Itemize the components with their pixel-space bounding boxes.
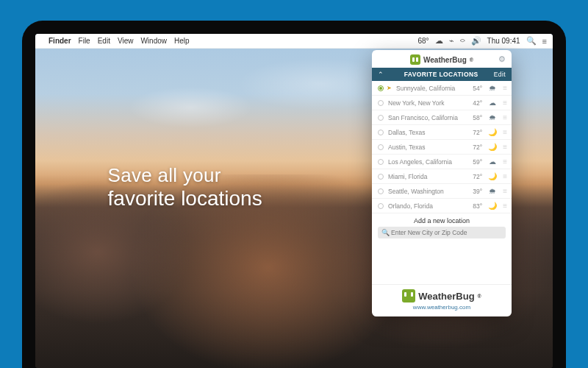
location-temp: 58° [466, 114, 482, 121]
menubar-app-name[interactable]: Finder [49, 37, 71, 45]
location-row[interactable]: New York, New York42°☁≡ [372, 96, 512, 110]
location-temp: 54° [466, 85, 482, 92]
menu-icon[interactable]: ≡ [542, 37, 547, 46]
weather-condition-icon: 🌙 [487, 128, 498, 136]
search-wrap: 🔍 [372, 227, 512, 243]
hero-line2: favorite locations [108, 187, 262, 210]
location-row[interactable]: Orlando, Florida83°🌙≡ [372, 199, 512, 213]
location-row[interactable]: Austin, Texas72°🌙≡ [372, 140, 512, 155]
location-temp: 72° [466, 144, 482, 151]
gear-icon[interactable]: ⚙ [498, 54, 506, 64]
menu-item-file[interactable]: File [79, 37, 90, 45]
location-name: Los Angeles, California [388, 158, 462, 166]
registered-mark: ® [478, 294, 481, 299]
location-row[interactable]: Miami, Florida72°🌙≡ [372, 169, 512, 184]
location-name: Sunnyvale, California [396, 85, 462, 92]
location-radio[interactable] [378, 188, 384, 194]
drag-handle-icon[interactable]: ≡ [503, 113, 506, 121]
location-radio[interactable] [378, 203, 384, 209]
location-temp: 72° [466, 129, 482, 136]
drag-handle-icon[interactable]: ≡ [503, 128, 506, 136]
promo-stage: Finder File Edit View Window Help 68° ☁ … [0, 0, 588, 368]
mac-menubar: Finder File Edit View Window Help 68° ☁ … [35, 34, 553, 49]
location-temp: 72° [466, 173, 482, 180]
drag-handle-icon[interactable]: ≡ [503, 172, 506, 180]
favorites-header: ⌃ FAVORITE LOCATIONS Edit [372, 68, 512, 81]
location-row[interactable]: San Francisco, California58°🌧≡ [372, 110, 512, 125]
collapse-icon[interactable]: ⌃ [378, 71, 384, 78]
location-name: San Francisco, California [388, 114, 462, 121]
menu-item-edit[interactable]: Edit [98, 37, 110, 45]
drag-handle-icon[interactable]: ≡ [503, 158, 506, 166]
laptop-bezel: Finder File Edit View Window Help 68° ☁ … [22, 21, 566, 368]
weather-condition-icon: 🌧 [487, 84, 498, 92]
drag-handle-icon[interactable]: ≡ [503, 202, 506, 210]
popover-header: WeatherBug® ⚙ [372, 50, 512, 68]
popover-spacer [372, 243, 512, 284]
location-temp: 59° [466, 158, 482, 166]
cloud-icon[interactable]: ☁ [435, 36, 443, 46]
menu-item-help[interactable]: Help [174, 37, 190, 45]
weatherbug-icon [410, 54, 420, 65]
hero-line1: Save all your [108, 164, 262, 187]
weatherbug-brand-text: WeatherBug [423, 56, 467, 64]
location-row[interactable]: Seattle, Washington39°🌧≡ [372, 184, 512, 199]
locations-list: ➤Sunnyvale, California54°🌧≡New York, New… [372, 81, 512, 213]
location-radio[interactable] [378, 159, 384, 165]
location-radio[interactable] [378, 115, 384, 121]
drag-handle-icon[interactable]: ≡ [503, 187, 506, 195]
bluetooth-icon[interactable]: ⌁ [449, 36, 454, 46]
weatherbug-logo-footer: WeatherBug® [402, 289, 481, 302]
drag-handle-icon[interactable]: ≡ [503, 84, 506, 92]
location-row[interactable]: Dallas, Texas72°🌙≡ [372, 125, 512, 140]
weather-condition-icon: ☁ [487, 99, 498, 107]
desktop-screen: Finder File Edit View Window Help 68° ☁ … [35, 34, 553, 368]
drag-handle-icon[interactable]: ≡ [503, 143, 506, 151]
hero-text: Save all your favorite locations [108, 164, 262, 210]
weather-condition-icon: 🌙 [487, 172, 498, 180]
location-name: Dallas, Texas [388, 129, 462, 136]
registered-mark: ® [470, 57, 473, 63]
weather-condition-icon: 🌙 [487, 202, 498, 210]
location-temp: 42° [466, 99, 482, 107]
menubar-left: Finder File Edit View Window Help [41, 37, 190, 45]
location-name: Orlando, Florida [388, 202, 462, 210]
weatherbug-logo: WeatherBug® [410, 54, 473, 65]
location-name: Austin, Texas [388, 144, 462, 151]
location-row[interactable]: ➤Sunnyvale, California54°🌧≡ [372, 81, 512, 96]
location-name: New York, New York [388, 99, 462, 107]
favorites-title: FAVORITE LOCATIONS [388, 71, 493, 78]
menu-item-window[interactable]: Window [140, 37, 167, 45]
location-name: Miami, Florida [388, 173, 462, 180]
menubar-temp[interactable]: 68° [417, 37, 429, 45]
location-radio[interactable] [378, 174, 384, 180]
search-icon: 🔍 [381, 229, 390, 236]
location-name: Seattle, Washington [388, 188, 462, 195]
weatherbug-brand-text: WeatherBug [418, 291, 474, 302]
location-radio[interactable] [378, 130, 384, 135]
edit-button[interactable]: Edit [494, 71, 506, 78]
location-radio[interactable] [378, 85, 384, 91]
wifi-icon[interactable]: ⌔ [460, 37, 465, 46]
location-radio[interactable] [378, 100, 384, 106]
spotlight-icon[interactable]: 🔍 [526, 36, 537, 46]
weather-condition-icon: 🌧 [487, 113, 498, 121]
location-temp: 83° [466, 202, 482, 210]
location-radio[interactable] [378, 144, 384, 150]
weather-condition-icon: 🌙 [487, 143, 498, 151]
weatherbug-icon [402, 289, 415, 302]
menubar-clock[interactable]: Thu 09:41 [487, 37, 520, 45]
weather-condition-icon: ☁ [487, 158, 498, 166]
weatherbug-url[interactable]: www.weatherbug.com [413, 304, 470, 311]
volume-icon[interactable]: 🔊 [471, 36, 481, 46]
location-row[interactable]: Los Angeles, California59°☁≡ [372, 155, 512, 169]
location-temp: 39° [466, 188, 482, 195]
menu-item-view[interactable]: View [118, 37, 134, 45]
location-search-input[interactable] [378, 227, 506, 238]
current-location-pin-icon: ➤ [387, 85, 392, 91]
weather-condition-icon: 🌧 [487, 187, 498, 195]
add-location-label: Add a new location [372, 213, 512, 227]
popover-footer: WeatherBug® www.weatherbug.com [372, 284, 512, 316]
weatherbug-popover: WeatherBug® ⚙ ⌃ FAVORITE LOCATIONS Edit … [372, 50, 512, 316]
drag-handle-icon[interactable]: ≡ [503, 99, 506, 107]
